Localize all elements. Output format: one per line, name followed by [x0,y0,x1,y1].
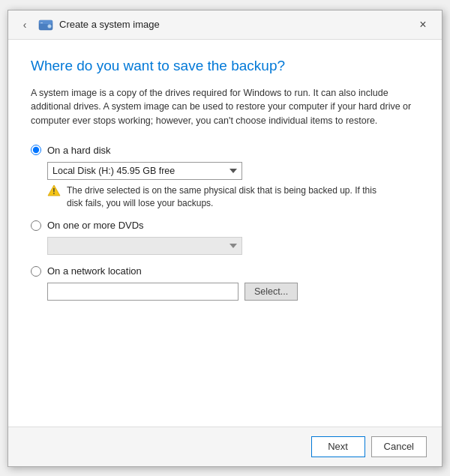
warning-icon: ! [47,184,61,196]
hard-disk-radio[interactable] [31,145,41,155]
warning-text: The drive selected is on the same physic… [67,184,389,210]
dvd-dropdown-row [47,237,419,255]
titlebar: ‹ Create a system image × [8,10,442,40]
titlebar-text: Create a system image [59,19,407,30]
svg-point-2 [48,24,52,28]
svg-text:!: ! [52,187,55,196]
page-title: Where do you want to save the backup? [31,58,419,74]
dialog-window: ‹ Create a system image × Where do you w… [8,10,442,467]
dvd-radio[interactable] [31,220,41,231]
close-button[interactable]: × [413,16,433,33]
dvd-option-group: On one or more DVDs [31,220,419,255]
hard-disk-option-label[interactable]: On a hard disk [31,145,419,156]
footer: Next Cancel [8,427,442,466]
network-location-input[interactable] [47,283,238,301]
hard-disk-dropdown[interactable]: Local Disk (H:) 45.95 GB free [47,162,242,180]
select-button[interactable]: Select... [244,283,298,301]
svg-rect-1 [39,20,52,24]
network-option-group: On a network location Select... [31,265,419,301]
hard-disk-label-text: On a hard disk [47,145,111,156]
main-content: Where do you want to save the backup? A … [8,40,442,427]
back-button[interactable]: ‹ [17,17,32,32]
svg-rect-3 [40,22,43,23]
network-input-row: Select... [47,283,419,301]
titlebar-icon [38,17,53,32]
network-label-text: On a network location [47,265,142,277]
dvd-option-label[interactable]: On one or more DVDs [31,220,419,231]
next-button[interactable]: Next [311,436,365,457]
hard-disk-option-group: On a hard disk Local Disk (H:) 45.95 GB … [31,145,419,210]
hard-disk-dropdown-row: Local Disk (H:) 45.95 GB free [47,162,419,180]
cancel-button[interactable]: Cancel [371,436,427,457]
hard-disk-warning: ! The drive selected is on the same phys… [47,184,419,210]
network-radio[interactable] [31,266,41,277]
dvd-dropdown [47,237,242,255]
dvd-label-text: On one or more DVDs [47,220,144,231]
description-text: A system image is a copy of the drives r… [31,86,419,128]
network-option-label[interactable]: On a network location [31,265,419,277]
